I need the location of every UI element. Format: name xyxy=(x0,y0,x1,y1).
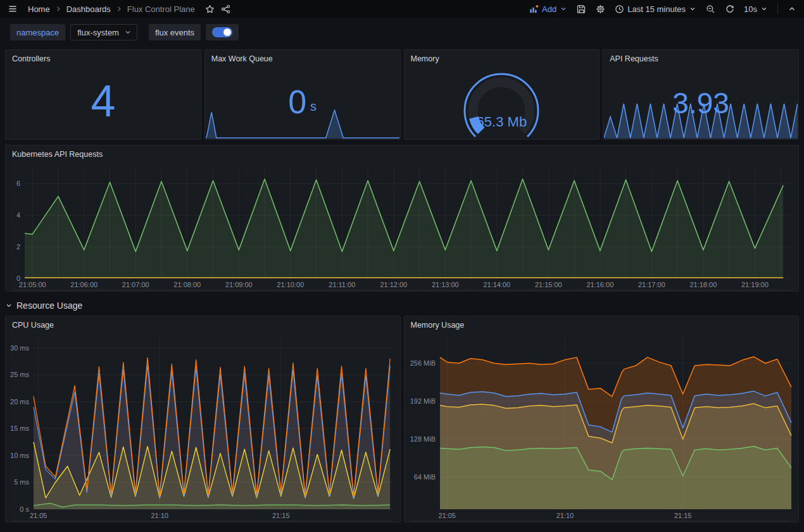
share-icon[interactable] xyxy=(221,4,230,14)
svg-text:15 ms: 15 ms xyxy=(10,424,29,432)
memory-usage-chart[interactable]: 64 MiB128 MiB192 MiB256 MiB21:0521:1021:… xyxy=(405,332,799,521)
workqueue-stat-value: 0s xyxy=(288,71,317,118)
controllers-stat-value: 4 xyxy=(91,66,115,123)
refresh-interval-picker[interactable]: 10s xyxy=(744,4,768,14)
svg-text:21:17:00: 21:17:00 xyxy=(638,281,665,288)
chevron-down-icon xyxy=(760,5,768,13)
cpu-usage-legend: MeanLast *notification-controller-b7d856… xyxy=(6,521,400,523)
toggle-knob xyxy=(212,27,232,37)
workqueue-stat-unit: s xyxy=(310,100,317,113)
chevron-right-icon xyxy=(54,5,62,13)
svg-text:64 MiB: 64 MiB xyxy=(413,473,435,481)
svg-text:5 ms: 5 ms xyxy=(14,478,29,486)
svg-text:2: 2 xyxy=(16,243,20,251)
namespace-variable-select[interactable]: flux-system xyxy=(70,24,137,40)
namespace-variable-value: flux-system xyxy=(77,28,119,37)
panel-kubernetes-api-requests: Kubernetes API Requests 024621:05:0021:0… xyxy=(5,145,799,292)
panel-title[interactable]: Memory xyxy=(405,50,600,66)
legend-header: MeanLast * xyxy=(12,521,391,523)
svg-text:21:10: 21:10 xyxy=(151,512,168,519)
svg-text:128 MiB: 128 MiB xyxy=(410,435,435,443)
flux-events-label: flux events xyxy=(149,24,201,40)
svg-text:21:19:00: 21:19:00 xyxy=(741,281,769,288)
panel-memory-usage: Memory Usage 64 MiB128 MiB192 MiB256 MiB… xyxy=(404,316,800,523)
cpu-usage-chart[interactable]: 0 s5 ms10 ms15 ms20 ms25 ms30 ms21:0521:… xyxy=(6,332,400,521)
menu-toggle-icon[interactable] xyxy=(8,4,18,14)
svg-text:30 ms: 30 ms xyxy=(10,344,29,352)
panel-max-work-queue: Max Work Queue 0s xyxy=(204,49,401,140)
svg-text:21:09:00: 21:09:00 xyxy=(225,281,253,288)
panel-title[interactable]: API Requests xyxy=(603,50,798,66)
chevron-down-icon xyxy=(560,5,567,13)
svg-text:21:14:00: 21:14:00 xyxy=(483,281,510,288)
kubernetes-api-requests-legend: MeanLast *total3.936.10errors00 xyxy=(6,290,798,292)
svg-text:21:05:00: 21:05:00 xyxy=(19,281,46,288)
panel-controllers: Controllers 4 xyxy=(5,49,201,140)
svg-text:21:16:00: 21:16:00 xyxy=(586,281,613,288)
kiosk-collapse-icon[interactable] xyxy=(788,4,796,13)
api-requests-stat-value: 3.93 xyxy=(672,72,729,118)
svg-text:256 MiB: 256 MiB xyxy=(410,359,435,367)
dashboard-settings-gear-icon[interactable] xyxy=(596,4,605,14)
svg-text:21:07:00: 21:07:00 xyxy=(122,281,149,288)
svg-text:21:11:00: 21:11:00 xyxy=(329,281,355,288)
nav-divider xyxy=(777,4,778,14)
breadcrumb-dashboards[interactable]: Dashboards xyxy=(66,4,111,14)
chevron-down-icon xyxy=(689,5,696,13)
panel-api-requests: API Requests 3.93 xyxy=(603,49,799,140)
svg-text:20 ms: 20 ms xyxy=(10,398,29,405)
section-title: Resource Usage xyxy=(16,300,82,311)
resource-usage-row: CPU Usage 0 s5 ms10 ms15 ms20 ms25 ms30 … xyxy=(5,316,799,523)
breadcrumb-home[interactable]: Home xyxy=(28,4,50,14)
svg-text:21:15:00: 21:15:00 xyxy=(535,281,562,288)
svg-text:21:13:00: 21:13:00 xyxy=(432,281,459,288)
svg-text:21:12:00: 21:12:00 xyxy=(380,281,407,288)
zoom-out-icon[interactable] xyxy=(706,4,715,14)
svg-text:21:15: 21:15 xyxy=(272,512,290,519)
chevron-right-icon xyxy=(115,5,123,13)
svg-text:192 MiB: 192 MiB xyxy=(410,397,435,405)
save-dashboard-icon[interactable] xyxy=(577,4,586,14)
favorite-star-icon[interactable] xyxy=(205,4,215,14)
panel-title[interactable]: Max Work Queue xyxy=(205,50,400,66)
panel-title[interactable]: Controllers xyxy=(6,50,201,66)
dashboard-controls: namespace flux-system flux events xyxy=(0,18,804,47)
namespace-variable-label[interactable]: namespace xyxy=(10,24,65,40)
memory-usage-legend: MeanLast *helm-controller-5967b94b84-rjk… xyxy=(405,521,799,523)
top-nav: Home Dashboards Flux Control Plane Add L… xyxy=(0,0,804,18)
svg-text:4: 4 xyxy=(16,211,20,219)
svg-text:21:06:00: 21:06:00 xyxy=(70,281,97,288)
panel-title[interactable]: Kubernetes API Requests xyxy=(6,145,798,161)
row-resource-usage[interactable]: Resource Usage xyxy=(5,295,799,316)
svg-text:10 ms: 10 ms xyxy=(10,452,29,459)
svg-text:21:05: 21:05 xyxy=(438,512,456,519)
add-panel-icon xyxy=(529,4,539,14)
svg-text:21:10:00: 21:10:00 xyxy=(277,281,304,288)
memory-gauge-value: 65.3 Mb xyxy=(405,114,600,130)
clock-icon xyxy=(615,4,624,14)
refresh-icon[interactable] xyxy=(725,4,734,14)
svg-text:21:05: 21:05 xyxy=(30,512,47,519)
panel-title[interactable]: CPU Usage xyxy=(6,316,400,332)
panel-memory-gauge: Memory 65.3 Mb xyxy=(404,49,600,140)
kubernetes-api-requests-chart[interactable]: 024621:05:0021:06:0021:07:0021:08:0021:0… xyxy=(6,161,798,290)
svg-text:0 s: 0 s xyxy=(20,505,29,513)
panel-title[interactable]: Memory Usage xyxy=(405,316,799,332)
flux-events-toggle[interactable] xyxy=(206,24,239,40)
svg-text:21:08:00: 21:08:00 xyxy=(173,281,201,288)
svg-text:21:18:00: 21:18:00 xyxy=(689,281,717,288)
legend-header: MeanLast * xyxy=(411,521,790,523)
nav-actions: Add Last 15 minutes 10s xyxy=(529,4,796,14)
breadcrumb: Home Dashboards Flux Control Plane xyxy=(28,4,195,14)
breadcrumb-current: Flux Control Plane xyxy=(127,4,195,14)
add-button[interactable]: Add xyxy=(529,4,567,14)
svg-text:21:15: 21:15 xyxy=(674,512,691,519)
time-range-picker[interactable]: Last 15 minutes xyxy=(615,4,696,14)
svg-text:6: 6 xyxy=(16,180,20,187)
svg-text:21:10: 21:10 xyxy=(556,512,574,519)
chevron-down-icon xyxy=(5,302,13,309)
svg-text:25 ms: 25 ms xyxy=(10,371,29,378)
legend-header: MeanLast * xyxy=(12,290,789,292)
chevron-down-icon xyxy=(124,28,132,36)
stat-row: Controllers 4 Max Work Queue 0s Memory 6… xyxy=(5,49,799,140)
